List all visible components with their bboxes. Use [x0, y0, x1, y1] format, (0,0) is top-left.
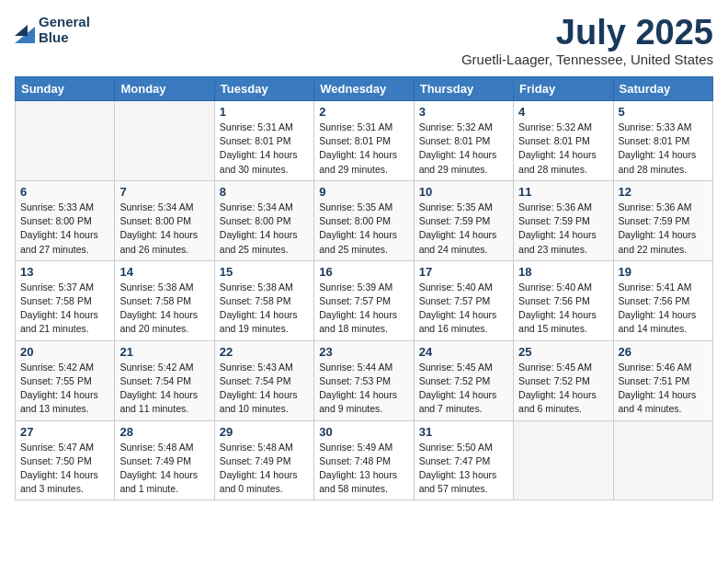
calendar-week-row: 20Sunrise: 5:42 AMSunset: 7:55 PMDayligh… — [16, 340, 713, 420]
day-number: 23 — [319, 345, 408, 359]
table-row: 6Sunrise: 5:33 AMSunset: 8:00 PMDaylight… — [16, 180, 115, 260]
day-number: 29 — [220, 425, 309, 439]
calendar-week-row: 13Sunrise: 5:37 AMSunset: 7:58 PMDayligh… — [16, 260, 713, 340]
table-row: 1Sunrise: 5:31 AMSunset: 8:01 PMDaylight… — [214, 101, 313, 181]
day-detail: Sunrise: 5:42 AMSunset: 7:55 PMDaylight:… — [20, 361, 109, 417]
day-number: 9 — [319, 185, 408, 199]
calendar-week-row: 1Sunrise: 5:31 AMSunset: 8:01 PMDaylight… — [16, 101, 713, 181]
table-row: 21Sunrise: 5:42 AMSunset: 7:54 PMDayligh… — [115, 340, 214, 420]
col-friday: Friday — [514, 77, 613, 101]
day-detail: Sunrise: 5:46 AMSunset: 7:51 PMDaylight:… — [619, 361, 708, 417]
table-row — [115, 101, 214, 181]
location-title: Gruetli-Laager, Tennessee, United States — [461, 52, 713, 67]
table-row: 3Sunrise: 5:32 AMSunset: 8:01 PMDaylight… — [414, 101, 513, 181]
day-number: 22 — [220, 345, 309, 359]
table-row: 27Sunrise: 5:47 AMSunset: 7:50 PMDayligh… — [16, 420, 115, 500]
day-number: 28 — [119, 425, 209, 439]
day-number: 8 — [220, 185, 309, 199]
day-number: 2 — [319, 105, 408, 119]
day-number: 15 — [220, 265, 309, 279]
day-detail: Sunrise: 5:48 AMSunset: 7:49 PMDaylight:… — [220, 441, 309, 497]
day-detail: Sunrise: 5:38 AMSunset: 7:58 PMDaylight:… — [220, 281, 309, 337]
day-number: 12 — [619, 185, 708, 199]
day-detail: Sunrise: 5:48 AMSunset: 7:49 PMDaylight:… — [119, 441, 209, 497]
day-number: 17 — [419, 265, 508, 279]
logo: General Blue — [15, 15, 90, 45]
table-row: 7Sunrise: 5:34 AMSunset: 8:00 PMDaylight… — [115, 180, 214, 260]
day-detail: Sunrise: 5:50 AMSunset: 7:47 PMDaylight:… — [419, 441, 508, 497]
day-detail: Sunrise: 5:35 AMSunset: 7:59 PMDaylight:… — [419, 201, 508, 257]
calendar-week-row: 6Sunrise: 5:33 AMSunset: 8:00 PMDaylight… — [16, 180, 713, 260]
col-saturday: Saturday — [613, 77, 712, 101]
table-row: 17Sunrise: 5:40 AMSunset: 7:57 PMDayligh… — [414, 260, 513, 340]
day-number: 30 — [319, 425, 408, 439]
day-detail: Sunrise: 5:34 AMSunset: 8:00 PMDaylight:… — [220, 201, 309, 257]
svg-marker-1 — [15, 25, 28, 36]
day-detail: Sunrise: 5:49 AMSunset: 7:48 PMDaylight:… — [319, 441, 408, 497]
table-row: 30Sunrise: 5:49 AMSunset: 7:48 PMDayligh… — [314, 420, 414, 500]
day-number: 16 — [319, 265, 408, 279]
table-row: 29Sunrise: 5:48 AMSunset: 7:49 PMDayligh… — [214, 420, 313, 500]
day-number: 4 — [518, 105, 608, 119]
day-detail: Sunrise: 5:42 AMSunset: 7:54 PMDaylight:… — [119, 361, 209, 417]
day-number: 26 — [619, 345, 708, 359]
table-row: 23Sunrise: 5:44 AMSunset: 7:53 PMDayligh… — [314, 340, 414, 420]
day-number: 1 — [220, 105, 309, 119]
day-number: 11 — [518, 185, 608, 199]
day-detail: Sunrise: 5:31 AMSunset: 8:01 PMDaylight:… — [319, 121, 408, 177]
table-row: 31Sunrise: 5:50 AMSunset: 7:47 PMDayligh… — [414, 420, 513, 500]
day-number: 27 — [20, 425, 109, 439]
day-detail: Sunrise: 5:45 AMSunset: 7:52 PMDaylight:… — [419, 361, 508, 417]
day-detail: Sunrise: 5:36 AMSunset: 7:59 PMDaylight:… — [619, 201, 708, 257]
day-number: 13 — [20, 265, 109, 279]
table-row: 25Sunrise: 5:45 AMSunset: 7:52 PMDayligh… — [514, 340, 613, 420]
col-wednesday: Wednesday — [314, 77, 414, 101]
table-row — [16, 101, 115, 181]
col-sunday: Sunday — [16, 77, 115, 101]
table-row: 28Sunrise: 5:48 AMSunset: 7:49 PMDayligh… — [115, 420, 214, 500]
day-detail: Sunrise: 5:32 AMSunset: 8:01 PMDaylight:… — [419, 121, 508, 177]
table-row: 2Sunrise: 5:31 AMSunset: 8:01 PMDaylight… — [314, 101, 414, 181]
table-row: 4Sunrise: 5:32 AMSunset: 8:01 PMDaylight… — [514, 101, 613, 181]
page-header: General Blue July 2025 Gruetli-Laager, T… — [15, 15, 713, 67]
day-number: 31 — [419, 425, 508, 439]
calendar-week-row: 27Sunrise: 5:47 AMSunset: 7:50 PMDayligh… — [16, 420, 713, 500]
table-row: 11Sunrise: 5:36 AMSunset: 7:59 PMDayligh… — [514, 180, 613, 260]
table-row: 24Sunrise: 5:45 AMSunset: 7:52 PMDayligh… — [414, 340, 513, 420]
day-number: 21 — [119, 345, 209, 359]
col-tuesday: Tuesday — [214, 77, 313, 101]
day-number: 7 — [119, 185, 209, 199]
table-row: 18Sunrise: 5:40 AMSunset: 7:56 PMDayligh… — [514, 260, 613, 340]
table-row: 5Sunrise: 5:33 AMSunset: 8:01 PMDaylight… — [613, 101, 712, 181]
logo-text: General Blue — [39, 15, 90, 45]
table-row: 12Sunrise: 5:36 AMSunset: 7:59 PMDayligh… — [613, 180, 712, 260]
table-row: 13Sunrise: 5:37 AMSunset: 7:58 PMDayligh… — [16, 260, 115, 340]
table-row: 15Sunrise: 5:38 AMSunset: 7:58 PMDayligh… — [214, 260, 313, 340]
table-row — [514, 420, 613, 500]
calendar-header-row: Sunday Monday Tuesday Wednesday Thursday… — [16, 77, 713, 101]
table-row: 26Sunrise: 5:46 AMSunset: 7:51 PMDayligh… — [613, 340, 712, 420]
day-number: 10 — [419, 185, 508, 199]
day-detail: Sunrise: 5:45 AMSunset: 7:52 PMDaylight:… — [518, 361, 608, 417]
day-detail: Sunrise: 5:39 AMSunset: 7:57 PMDaylight:… — [319, 281, 408, 337]
table-row: 10Sunrise: 5:35 AMSunset: 7:59 PMDayligh… — [414, 180, 513, 260]
day-number: 19 — [619, 265, 708, 279]
day-number: 25 — [518, 345, 608, 359]
table-row — [613, 420, 712, 500]
day-number: 24 — [419, 345, 508, 359]
day-number: 18 — [518, 265, 608, 279]
day-number: 20 — [20, 345, 109, 359]
day-detail: Sunrise: 5:43 AMSunset: 7:54 PMDaylight:… — [220, 361, 309, 417]
table-row: 14Sunrise: 5:38 AMSunset: 7:58 PMDayligh… — [115, 260, 214, 340]
day-detail: Sunrise: 5:35 AMSunset: 8:00 PMDaylight:… — [319, 201, 408, 257]
table-row: 19Sunrise: 5:41 AMSunset: 7:56 PMDayligh… — [613, 260, 712, 340]
day-detail: Sunrise: 5:40 AMSunset: 7:56 PMDaylight:… — [518, 281, 608, 337]
logo-icon — [15, 17, 35, 43]
day-number: 14 — [119, 265, 209, 279]
day-detail: Sunrise: 5:34 AMSunset: 8:00 PMDaylight:… — [119, 201, 209, 257]
day-number: 5 — [619, 105, 708, 119]
day-detail: Sunrise: 5:47 AMSunset: 7:50 PMDaylight:… — [20, 441, 109, 497]
table-row: 9Sunrise: 5:35 AMSunset: 8:00 PMDaylight… — [314, 180, 414, 260]
day-detail: Sunrise: 5:44 AMSunset: 7:53 PMDaylight:… — [319, 361, 408, 417]
day-detail: Sunrise: 5:32 AMSunset: 8:01 PMDaylight:… — [518, 121, 608, 177]
